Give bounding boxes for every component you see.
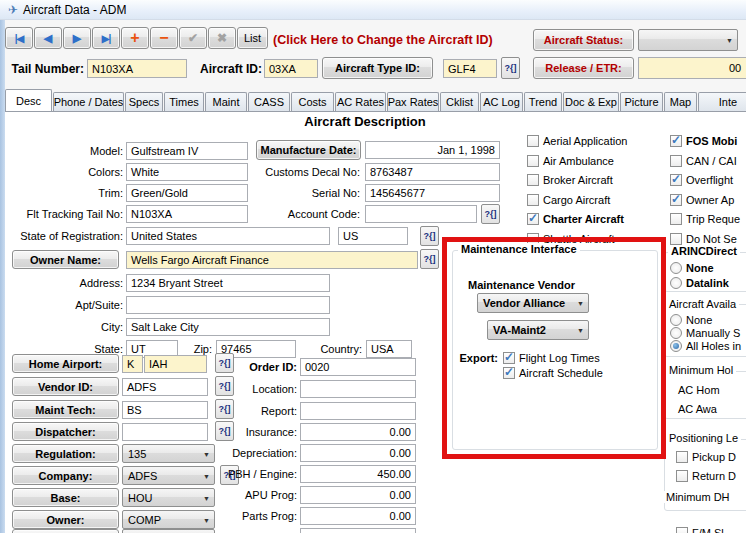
last-record-button[interactable]: ▶| xyxy=(92,27,120,49)
first-record-icon: |◀ xyxy=(15,33,24,44)
aircraft-type-id-field[interactable]: GLF4 xyxy=(443,59,497,78)
can-cai-checkbox[interactable] xyxy=(670,155,682,167)
pbh-engine-field[interactable]: 450.00 xyxy=(300,465,416,483)
previous-record-button[interactable]: ◀ xyxy=(34,27,62,49)
availability-all-holes-radio[interactable] xyxy=(670,340,682,352)
availability-manually-radio[interactable] xyxy=(670,327,682,339)
next-record-button[interactable]: ▶ xyxy=(63,27,91,49)
dispatcher-button[interactable]: Dispatcher: xyxy=(12,422,119,441)
charter-aircraft-checkbox[interactable] xyxy=(527,213,539,225)
customs-decal-field[interactable]: 8763487 xyxy=(365,163,500,181)
state-of-registration-code-field[interactable]: US xyxy=(338,227,408,245)
add-record-button[interactable]: + xyxy=(121,27,149,49)
insurance-field[interactable]: 0.00 xyxy=(300,423,416,441)
release-etr-button[interactable]: Release / ETR: xyxy=(533,57,634,79)
owner-button[interactable]: Owner: xyxy=(12,510,119,529)
flt-tracking-field[interactable]: N103XA xyxy=(126,205,248,223)
tail-number-field[interactable]: N103XA xyxy=(87,59,187,78)
tab-trend[interactable]: Trend xyxy=(524,92,562,111)
country-field[interactable]: USA xyxy=(366,340,412,358)
fm-checkbox[interactable] xyxy=(676,527,688,533)
list-button[interactable]: List xyxy=(237,27,268,49)
owner-approval-checkbox[interactable] xyxy=(670,194,682,206)
tab-maint[interactable]: Maint xyxy=(205,92,247,111)
manufacture-date-button[interactable]: Manufacture Date: xyxy=(256,140,361,160)
default-ac-rate-button[interactable]: Default AC Rate: xyxy=(12,529,119,533)
home-airport-field[interactable]: IAH xyxy=(144,355,207,373)
aircraft-type-id-button[interactable]: Aircraft Type ID: xyxy=(322,57,433,79)
tab-ac-rates[interactable]: AC Rates xyxy=(335,92,386,111)
tab-cklist[interactable]: Cklist xyxy=(440,92,479,111)
state-of-registration-field[interactable]: United States xyxy=(126,227,330,245)
tab-doc-exp[interactable]: Doc & Exp xyxy=(563,92,619,111)
overflight-checkbox[interactable] xyxy=(670,174,682,186)
regulation-button[interactable]: Regulation: xyxy=(12,444,119,463)
delete-record-button[interactable]: − xyxy=(150,27,178,49)
vendor-id-button[interactable]: Vendor ID: xyxy=(12,377,119,396)
change-aircraft-id-link[interactable]: (Click Here to Change the Aircraft ID) xyxy=(273,33,493,47)
base-button[interactable]: Base: xyxy=(12,488,119,507)
tab-picture[interactable]: Picture xyxy=(620,92,663,111)
availability-none-label: None xyxy=(686,314,712,326)
tab-specs[interactable]: Specs xyxy=(125,92,163,111)
manufacture-date-field[interactable]: Jan 1, 1998 xyxy=(365,141,500,159)
aerial-application-checkbox[interactable] xyxy=(527,135,539,147)
apt-suite-field[interactable] xyxy=(126,296,330,314)
fos-mobile-checkbox[interactable] xyxy=(670,135,682,147)
home-airport-button[interactable]: Home Airport: xyxy=(12,354,119,373)
aircraft-status-select[interactable]: ▼ xyxy=(638,29,738,51)
tab-desc[interactable]: Desc xyxy=(5,89,52,111)
broker-aircraft-checkbox[interactable] xyxy=(527,174,539,186)
tab-international[interactable]: Inte xyxy=(698,92,746,111)
colors-field[interactable]: White xyxy=(126,163,248,181)
apu-prog-field[interactable]: 0.00 xyxy=(300,486,416,504)
account-code-field[interactable] xyxy=(365,205,477,223)
export-flight-log-times-checkbox[interactable] xyxy=(503,352,515,364)
company-button[interactable]: Company: xyxy=(12,466,119,485)
return-checkbox[interactable] xyxy=(676,470,688,482)
trip-request-checkbox[interactable] xyxy=(670,213,682,225)
order-id-field[interactable]: 0020 xyxy=(300,358,416,376)
parts-prog-field[interactable]: 0.00 xyxy=(300,507,416,525)
account-code-lookup-button[interactable]: ?{] xyxy=(481,204,500,224)
location-field[interactable] xyxy=(300,380,416,398)
do-not-send-checkbox[interactable] xyxy=(670,233,682,245)
arinc-none-radio[interactable] xyxy=(670,262,682,274)
address-field[interactable]: 1234 Bryant Street xyxy=(126,274,330,292)
city-field[interactable]: Salt Lake City xyxy=(126,318,330,336)
cargo-aircraft-checkbox[interactable] xyxy=(527,194,539,206)
home-airport-prefix-field[interactable]: K xyxy=(122,355,143,373)
tab-map[interactable]: Map xyxy=(664,92,697,111)
aircraft-type-lookup-button[interactable]: ?{] xyxy=(501,57,520,79)
aircraft-status-button[interactable]: Aircraft Status: xyxy=(533,29,634,51)
tab-cass[interactable]: CASS xyxy=(248,92,290,111)
fixed-field[interactable]: 0.00 xyxy=(300,528,416,533)
aircraft-id-field[interactable]: 03XA xyxy=(264,59,318,78)
owner-name-button[interactable]: Owner Name: xyxy=(12,250,119,269)
maint-tech-button[interactable]: Maint Tech: xyxy=(12,400,119,419)
owner-name-lookup-button[interactable]: ?{] xyxy=(420,249,439,269)
depreciation-field[interactable]: 0.00 xyxy=(300,444,416,462)
serial-no-field[interactable]: 145645677 xyxy=(365,184,500,202)
trim-field[interactable]: Green/Gold xyxy=(126,184,248,202)
arinc-datalink-radio[interactable] xyxy=(670,277,682,289)
state-of-registration-lookup-button[interactable]: ?{] xyxy=(420,226,439,246)
tab-phone-dates[interactable]: Phone / Dates xyxy=(53,92,124,111)
maintenance-vendor-code-select[interactable]: VA-Maint2▼ xyxy=(487,320,589,340)
release-etr-field[interactable]: 00 xyxy=(638,57,746,79)
tab-pax-rates[interactable]: Pax Rates xyxy=(387,92,439,111)
first-record-button[interactable]: |◀ xyxy=(5,27,33,49)
cancel-button[interactable]: ✖ xyxy=(208,27,236,49)
tab-ac-log[interactable]: AC Log xyxy=(480,92,523,111)
report-field[interactable] xyxy=(300,402,416,420)
pickup-checkbox[interactable] xyxy=(676,451,688,463)
model-field[interactable]: Gulfstream IV xyxy=(126,142,248,160)
air-ambulance-checkbox[interactable] xyxy=(527,155,539,167)
export-aircraft-schedule-checkbox[interactable] xyxy=(503,367,515,379)
tab-costs[interactable]: Costs xyxy=(291,92,334,111)
tab-times[interactable]: Times xyxy=(164,92,204,111)
owner-name-field[interactable]: Wells Fargo Aircraft Finance xyxy=(126,251,418,269)
availability-none-radio[interactable] xyxy=(670,314,682,326)
maintenance-vendor-select[interactable]: Vendor Alliance▼ xyxy=(477,293,589,313)
accept-button[interactable]: ✔ xyxy=(179,27,207,49)
